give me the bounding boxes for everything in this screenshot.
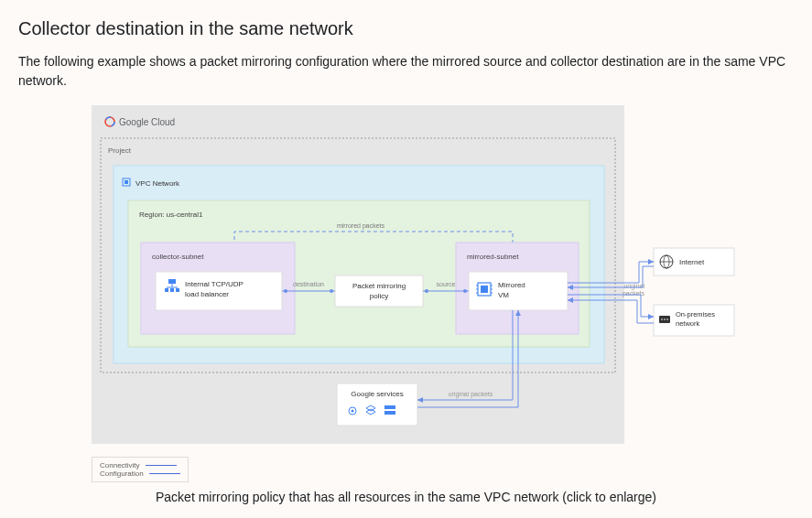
svg-point-9 <box>330 289 333 293</box>
intro-paragraph: The following example shows a packet mir… <box>18 52 794 91</box>
policy-label-1: Packet mirroring <box>352 282 406 290</box>
destination-label: destination <box>293 281 324 287</box>
svg-marker-27 <box>648 314 654 319</box>
svg-rect-5 <box>165 288 168 292</box>
legend-connectivity-label: Connectivity <box>100 461 140 469</box>
svg-point-8 <box>284 289 287 293</box>
policy-box <box>335 275 423 307</box>
onprem-label-1: On-premises <box>676 310 715 318</box>
svg-point-24 <box>666 318 668 320</box>
legend-configuration-label: Configuration <box>100 469 144 478</box>
svg-rect-11 <box>481 286 488 293</box>
original-packets-bottom-label: original packets <box>449 391 493 398</box>
svg-rect-1 <box>125 180 128 184</box>
project-label: Project <box>108 146 132 155</box>
svg-point-19 <box>463 289 467 293</box>
mirrored-subnet-label: mirrored-subnet <box>467 253 519 261</box>
source-label: source <box>436 281 455 287</box>
vpc-label: VPC Network <box>135 179 180 188</box>
internet-label: Internet <box>679 258 705 266</box>
original-packets-ext-label-2: packets <box>623 290 645 297</box>
svg-rect-2 <box>168 279 176 284</box>
svg-point-18 <box>425 289 428 293</box>
mirrored-vm-label-1: Mirrored <box>498 281 525 289</box>
collector-subnet-label: collector-subnet <box>152 253 204 261</box>
original-packets-ext-label-1: original <box>623 283 644 290</box>
policy-label-2: policy <box>370 292 388 300</box>
svg-rect-7 <box>176 288 179 292</box>
mirrored-vm-label-2: VM <box>498 291 509 299</box>
legend-configuration-line <box>149 473 180 474</box>
region-label: Region: us-central1 <box>139 210 203 219</box>
section-heading: Collector destination in the same networ… <box>18 18 794 39</box>
svg-point-22 <box>661 318 663 320</box>
svg-point-30 <box>352 410 354 413</box>
figure-caption: Packet mirroring policy that has all res… <box>18 490 794 504</box>
legend-connectivity-line <box>146 465 177 466</box>
legend-box: Connectivity Configuration <box>92 457 189 482</box>
svg-rect-6 <box>170 288 174 292</box>
load-balancer-label-2: load balancer <box>185 290 229 298</box>
google-cloud-label: Google Cloud <box>119 117 175 127</box>
svg-rect-31 <box>384 405 395 409</box>
load-balancer-label-1: Internal TCP/UDP <box>185 280 244 288</box>
svg-rect-32 <box>384 411 395 415</box>
svg-marker-25 <box>648 259 654 264</box>
architecture-diagram[interactable]: Google Cloud Project VPC Network Region:… <box>92 105 760 453</box>
onprem-label-2: network <box>676 319 700 328</box>
mirrored-packets-label: mirrored packets <box>337 222 385 230</box>
svg-point-23 <box>664 318 666 320</box>
google-services-label: Google services <box>351 390 403 398</box>
